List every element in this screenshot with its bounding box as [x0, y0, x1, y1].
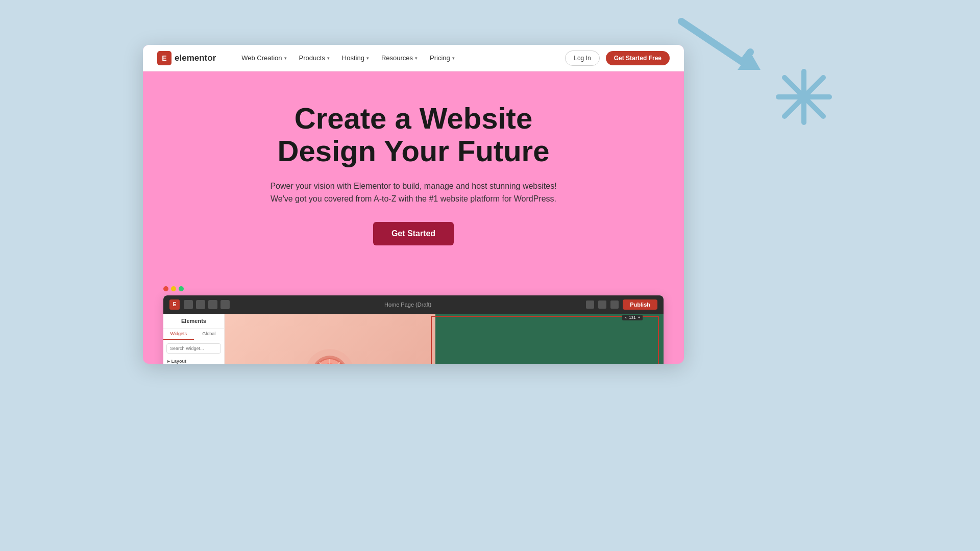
traffic-light-yellow — [171, 286, 176, 291]
traffic-light-red — [163, 286, 168, 291]
hero-title: Create a Website Design Your Future — [163, 102, 664, 167]
add-icon — [184, 300, 193, 309]
logo-text: elementor — [175, 53, 216, 63]
bg-asterisk-decoration — [773, 66, 835, 128]
navbar: E elementor Web Creation ▾ Products ▾ Ho… — [143, 45, 684, 71]
canvas-image-area — [225, 314, 435, 364]
cocktail-illustration — [302, 343, 358, 364]
chevron-down-icon: ▾ — [452, 56, 455, 61]
login-button[interactable]: Log In — [565, 51, 599, 66]
panel-tabs: Widgets Global — [163, 329, 224, 340]
logo-icon: E — [157, 51, 172, 65]
editor-canvas: & — [225, 314, 664, 364]
nav-item-pricing[interactable]: Pricing ▾ — [425, 51, 460, 65]
panel-tab-global[interactable]: Global — [194, 329, 225, 340]
chevron-down-icon: ▾ — [415, 56, 418, 61]
panel-search-input[interactable] — [166, 343, 221, 354]
nav-item-hosting[interactable]: Hosting ▾ — [337, 51, 374, 65]
hero-section: Create a Website Design Your Future Powe… — [143, 71, 684, 286]
canvas-text-panel: SPRING COCKTAILS Sunshine in a glass. — [435, 314, 664, 364]
editor-topbar-right: Publish — [586, 299, 657, 310]
logo[interactable]: E elementor — [157, 51, 216, 65]
panel-title: Elements — [163, 314, 224, 329]
traffic-lights — [163, 286, 664, 291]
editor-logo-icon: E — [169, 299, 180, 310]
svg-line-0 — [681, 21, 743, 62]
get-started-nav-button[interactable]: Get Started Free — [606, 51, 670, 65]
nav-item-web-creation[interactable]: Web Creation ▾ — [236, 51, 291, 65]
preview-icon — [598, 300, 606, 309]
nav-item-products[interactable]: Products ▾ — [294, 51, 335, 65]
search-icon — [586, 300, 594, 309]
editor-mockup: E Home Page (Draft) Publish — [163, 286, 664, 364]
traffic-light-green — [179, 286, 184, 291]
hero-cta-button[interactable]: Get Started — [373, 222, 454, 245]
publish-button[interactable]: Publish — [623, 299, 657, 310]
nav-items: Web Creation ▾ Products ▾ Hosting ▾ Reso… — [236, 51, 549, 65]
editor-panel: Elements Widgets Global ▸ Layout Contain… — [163, 314, 225, 364]
editor-body: Elements Widgets Global ▸ Layout Contain… — [163, 314, 664, 364]
editor-page-name: Home Page (Draft) — [234, 302, 582, 308]
history-icon — [196, 300, 205, 309]
bg-arrow-decoration — [671, 11, 773, 78]
cocktail-title: SPRING COCKTAILS — [446, 361, 653, 364]
chevron-down-icon: ▾ — [327, 56, 330, 61]
editor-frame: E Home Page (Draft) Publish — [163, 295, 664, 364]
chevron-down-icon: ▾ — [366, 56, 369, 61]
nav-item-resources[interactable]: Resources ▾ — [376, 51, 423, 65]
panel-section-layout: ▸ Layout — [163, 357, 224, 364]
responsive-icon — [220, 300, 230, 309]
editor-topbar-icons — [184, 300, 230, 309]
editor-topbar: E Home Page (Draft) Publish — [163, 295, 664, 314]
canvas-content: & — [225, 314, 664, 364]
undo-icon — [610, 300, 619, 309]
hero-subtitle: Power your vision with Elementor to buil… — [163, 180, 664, 206]
chevron-down-icon: ▾ — [284, 56, 287, 61]
chat-icon — [208, 300, 217, 309]
panel-tab-widgets[interactable]: Widgets — [163, 329, 194, 340]
browser-window: E elementor Web Creation ▾ Products ▾ Ho… — [143, 45, 684, 364]
nav-right: Log In Get Started Free — [565, 51, 670, 66]
